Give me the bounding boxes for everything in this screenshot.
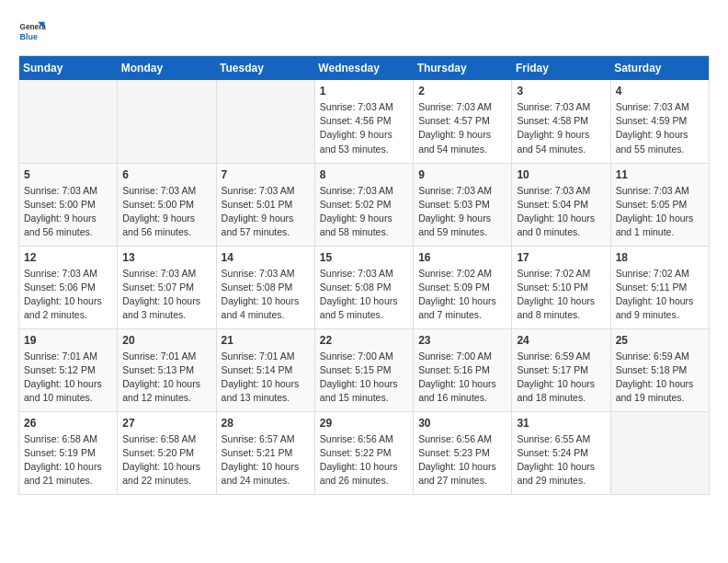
day-number: 8 <box>320 168 408 181</box>
day-info: Sunrise: 7:03 AM Sunset: 5:08 PM Dayligh… <box>222 267 310 323</box>
day-info: Sunrise: 7:02 AM Sunset: 5:09 PM Dayligh… <box>418 267 506 323</box>
day-number: 14 <box>222 251 310 264</box>
weekday-header-wednesday: Wednesday <box>314 56 413 81</box>
page-header: General Blue <box>18 18 710 46</box>
calendar-cell <box>216 80 314 163</box>
day-number: 29 <box>320 417 408 430</box>
day-number: 21 <box>222 334 310 347</box>
calendar-week-row: 5Sunrise: 7:03 AM Sunset: 5:00 PM Daylig… <box>19 163 710 246</box>
day-number: 28 <box>222 417 310 430</box>
day-info: Sunrise: 7:00 AM Sunset: 5:16 PM Dayligh… <box>418 350 506 406</box>
calendar-cell: 9Sunrise: 7:03 AM Sunset: 5:03 PM Daylig… <box>414 163 512 246</box>
logo-icon: General Blue <box>18 18 46 46</box>
day-number: 3 <box>517 85 605 98</box>
day-number: 27 <box>122 417 210 430</box>
day-info: Sunrise: 7:03 AM Sunset: 4:57 PM Dayligh… <box>418 100 506 156</box>
day-number: 5 <box>24 168 112 181</box>
day-number: 13 <box>122 251 210 264</box>
calendar-cell: 26Sunrise: 6:58 AM Sunset: 5:19 PM Dayli… <box>19 411 118 494</box>
calendar-cell: 12Sunrise: 7:03 AM Sunset: 5:06 PM Dayli… <box>19 246 118 328</box>
calendar-cell: 17Sunrise: 7:02 AM Sunset: 5:10 PM Dayli… <box>512 246 610 328</box>
day-number: 30 <box>418 417 506 430</box>
day-number: 26 <box>24 417 112 430</box>
calendar-cell: 6Sunrise: 7:03 AM Sunset: 5:00 PM Daylig… <box>118 163 216 246</box>
calendar-week-row: 19Sunrise: 7:01 AM Sunset: 5:12 PM Dayli… <box>19 328 710 411</box>
day-number: 10 <box>517 168 605 181</box>
calendar-cell: 16Sunrise: 7:02 AM Sunset: 5:09 PM Dayli… <box>414 246 512 328</box>
day-number: 17 <box>517 251 605 264</box>
day-info: Sunrise: 7:03 AM Sunset: 4:56 PM Dayligh… <box>320 100 408 156</box>
day-info: Sunrise: 7:03 AM Sunset: 5:01 PM Dayligh… <box>222 184 310 240</box>
logo: General Blue <box>18 18 51 46</box>
day-number: 6 <box>122 168 210 181</box>
calendar-cell: 29Sunrise: 6:56 AM Sunset: 5:22 PM Dayli… <box>314 411 413 494</box>
day-number: 18 <box>616 251 704 264</box>
day-info: Sunrise: 7:03 AM Sunset: 5:02 PM Dayligh… <box>320 184 408 240</box>
calendar-cell: 24Sunrise: 6:59 AM Sunset: 5:17 PM Dayli… <box>512 328 610 411</box>
calendar-cell: 10Sunrise: 7:03 AM Sunset: 5:04 PM Dayli… <box>512 163 610 246</box>
calendar-cell: 19Sunrise: 7:01 AM Sunset: 5:12 PM Dayli… <box>19 328 118 411</box>
weekday-header-sunday: Sunday <box>19 56 118 81</box>
day-info: Sunrise: 7:03 AM Sunset: 5:05 PM Dayligh… <box>616 184 704 240</box>
day-number: 9 <box>418 168 506 181</box>
day-number: 15 <box>320 251 408 264</box>
day-info: Sunrise: 7:03 AM Sunset: 5:06 PM Dayligh… <box>24 267 112 323</box>
calendar-cell: 3Sunrise: 7:03 AM Sunset: 4:58 PM Daylig… <box>512 80 610 163</box>
weekday-header-thursday: Thursday <box>414 56 512 81</box>
day-info: Sunrise: 6:59 AM Sunset: 5:18 PM Dayligh… <box>616 350 704 406</box>
day-info: Sunrise: 7:00 AM Sunset: 5:15 PM Dayligh… <box>320 350 408 406</box>
day-number: 1 <box>320 85 408 98</box>
day-info: Sunrise: 7:03 AM Sunset: 5:03 PM Dayligh… <box>418 184 506 240</box>
day-info: Sunrise: 6:58 AM Sunset: 5:19 PM Dayligh… <box>24 432 112 488</box>
weekday-header-friday: Friday <box>512 56 610 81</box>
day-info: Sunrise: 6:58 AM Sunset: 5:20 PM Dayligh… <box>122 432 210 488</box>
day-info: Sunrise: 7:02 AM Sunset: 5:10 PM Dayligh… <box>517 267 605 323</box>
day-number: 25 <box>616 334 704 347</box>
weekday-header-tuesday: Tuesday <box>216 56 314 81</box>
day-info: Sunrise: 7:01 AM Sunset: 5:12 PM Dayligh… <box>24 350 112 406</box>
day-number: 23 <box>418 334 506 347</box>
calendar-cell <box>118 80 216 163</box>
calendar-week-row: 1Sunrise: 7:03 AM Sunset: 4:56 PM Daylig… <box>19 80 710 163</box>
day-info: Sunrise: 7:03 AM Sunset: 5:04 PM Dayligh… <box>517 184 605 240</box>
calendar-week-row: 26Sunrise: 6:58 AM Sunset: 5:19 PM Dayli… <box>19 411 710 494</box>
calendar-cell: 23Sunrise: 7:00 AM Sunset: 5:16 PM Dayli… <box>414 328 512 411</box>
svg-text:Blue: Blue <box>20 32 39 41</box>
day-info: Sunrise: 6:56 AM Sunset: 5:23 PM Dayligh… <box>418 432 506 488</box>
day-info: Sunrise: 7:01 AM Sunset: 5:13 PM Dayligh… <box>122 350 210 406</box>
calendar-cell: 18Sunrise: 7:02 AM Sunset: 5:11 PM Dayli… <box>610 246 709 328</box>
calendar-table: SundayMondayTuesdayWednesdayThursdayFrid… <box>18 55 710 495</box>
calendar-cell: 22Sunrise: 7:00 AM Sunset: 5:15 PM Dayli… <box>314 328 413 411</box>
calendar-cell: 5Sunrise: 7:03 AM Sunset: 5:00 PM Daylig… <box>19 163 118 246</box>
day-info: Sunrise: 7:02 AM Sunset: 5:11 PM Dayligh… <box>616 267 704 323</box>
day-number: 19 <box>24 334 112 347</box>
day-number: 31 <box>517 417 605 430</box>
calendar-cell: 15Sunrise: 7:03 AM Sunset: 5:08 PM Dayli… <box>314 246 413 328</box>
weekday-header-saturday: Saturday <box>610 56 709 81</box>
day-info: Sunrise: 7:03 AM Sunset: 5:07 PM Dayligh… <box>122 267 210 323</box>
day-number: 2 <box>418 85 506 98</box>
day-number: 16 <box>418 251 506 264</box>
day-number: 7 <box>222 168 310 181</box>
calendar-week-row: 12Sunrise: 7:03 AM Sunset: 5:06 PM Dayli… <box>19 246 710 328</box>
calendar-cell <box>19 80 118 163</box>
day-number: 12 <box>24 251 112 264</box>
day-info: Sunrise: 7:03 AM Sunset: 4:58 PM Dayligh… <box>517 100 605 156</box>
calendar-cell: 2Sunrise: 7:03 AM Sunset: 4:57 PM Daylig… <box>414 80 512 163</box>
day-info: Sunrise: 7:03 AM Sunset: 5:08 PM Dayligh… <box>320 267 408 323</box>
day-info: Sunrise: 6:56 AM Sunset: 5:22 PM Dayligh… <box>320 432 408 488</box>
day-number: 20 <box>122 334 210 347</box>
calendar-cell: 30Sunrise: 6:56 AM Sunset: 5:23 PM Dayli… <box>414 411 512 494</box>
calendar-cell: 20Sunrise: 7:01 AM Sunset: 5:13 PM Dayli… <box>118 328 216 411</box>
calendar-cell: 25Sunrise: 6:59 AM Sunset: 5:18 PM Dayli… <box>610 328 709 411</box>
calendar-cell: 11Sunrise: 7:03 AM Sunset: 5:05 PM Dayli… <box>610 163 709 246</box>
calendar-cell: 27Sunrise: 6:58 AM Sunset: 5:20 PM Dayli… <box>118 411 216 494</box>
day-info: Sunrise: 7:01 AM Sunset: 5:14 PM Dayligh… <box>222 350 310 406</box>
day-number: 4 <box>616 85 704 98</box>
calendar-cell: 13Sunrise: 7:03 AM Sunset: 5:07 PM Dayli… <box>118 246 216 328</box>
calendar-cell: 7Sunrise: 7:03 AM Sunset: 5:01 PM Daylig… <box>216 163 314 246</box>
calendar-cell <box>610 411 709 494</box>
calendar-cell: 8Sunrise: 7:03 AM Sunset: 5:02 PM Daylig… <box>314 163 413 246</box>
day-number: 22 <box>320 334 408 347</box>
calendar-cell: 31Sunrise: 6:55 AM Sunset: 5:24 PM Dayli… <box>512 411 610 494</box>
